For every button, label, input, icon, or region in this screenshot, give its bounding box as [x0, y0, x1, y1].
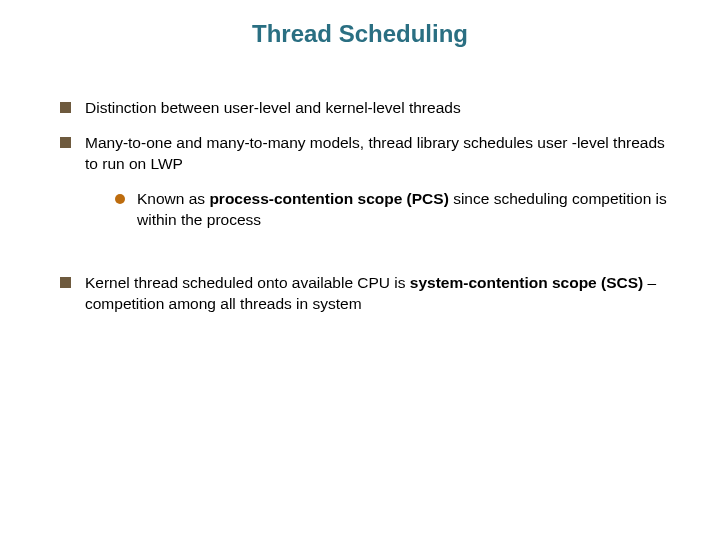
bullet-text-2: Many-to-one and many-to-many models, thr…	[85, 133, 670, 175]
sub1-bold: process-contention scope (PCS)	[209, 190, 448, 207]
bullet-item-3: Kernel thread scheduled onto available C…	[60, 273, 670, 315]
square-bullet-icon	[60, 137, 71, 148]
spacing-gap	[60, 251, 670, 273]
sub-bullet-text-1: Known as process-contention scope (PCS) …	[137, 189, 670, 231]
bullet-text-3: Kernel thread scheduled onto available C…	[85, 273, 670, 315]
square-bullet-icon	[60, 102, 71, 113]
circle-bullet-icon	[115, 194, 125, 204]
slide-content: Distinction between user-level and kerne…	[0, 98, 720, 314]
square-bullet-icon	[60, 277, 71, 288]
item3-prefix: Kernel thread scheduled onto available C…	[85, 274, 410, 291]
bullet-item-1: Distinction between user-level and kerne…	[60, 98, 670, 119]
sub-bullet-item-1: Known as process-contention scope (PCS) …	[115, 189, 670, 231]
slide: Thread Scheduling Distinction between us…	[0, 0, 720, 540]
slide-title: Thread Scheduling	[0, 20, 720, 48]
sub1-prefix: Known as	[137, 190, 209, 207]
bullet-text-1: Distinction between user-level and kerne…	[85, 98, 461, 119]
item3-bold: system-contention scope (SCS)	[410, 274, 643, 291]
bullet-item-2: Many-to-one and many-to-many models, thr…	[60, 133, 670, 175]
